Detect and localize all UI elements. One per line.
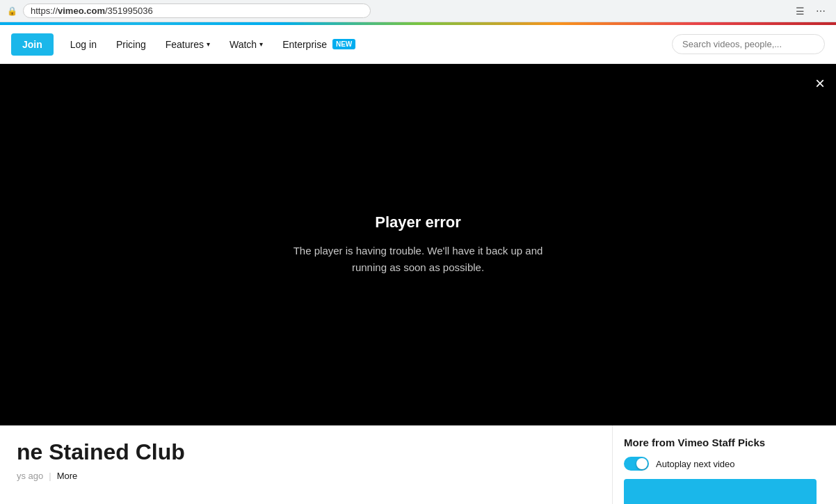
enterprise-label: Enterprise: [282, 39, 327, 50]
player-error-message: The player is having trouble. We'll have…: [279, 243, 557, 276]
lock-icon: 🔒: [7, 6, 17, 16]
browser-more-button[interactable]: ⋯: [812, 3, 829, 19]
sidebar: More from Vimeo Staff Picks Autoplay nex…: [612, 425, 828, 504]
more-link[interactable]: More: [57, 471, 78, 481]
player-error-title: Player error: [279, 213, 557, 231]
autoplay-toggle[interactable]: [624, 457, 649, 471]
video-player: × Player error The player is having trou…: [0, 64, 836, 425]
login-button[interactable]: Log in: [62, 33, 105, 56]
video-meta: ys ago | More: [17, 471, 595, 481]
enterprise-button[interactable]: Enterprise NEW: [274, 33, 364, 56]
below-video: ne Stained Club ys ago | More More from …: [0, 425, 836, 504]
features-chevron-icon: ▾: [207, 40, 210, 48]
time-ago: ys ago: [17, 471, 43, 481]
features-label: Features: [166, 39, 204, 50]
toggle-thumb: [636, 458, 648, 469]
url-bar[interactable]: https://vimeo.com/351995036: [23, 3, 371, 18]
close-button[interactable]: ×: [815, 75, 825, 92]
sidebar-title: More from Vimeo Staff Picks: [624, 437, 817, 448]
browser-menu-button[interactable]: ☰: [791, 3, 808, 19]
url-domain: vimeo.com: [58, 6, 105, 16]
next-video-thumbnail[interactable]: [624, 479, 817, 504]
browser-bar: 🔒 https://vimeo.com/351995036 ☰ ⋯: [0, 0, 836, 22]
join-button[interactable]: Join: [11, 33, 54, 56]
autoplay-row: Autoplay next video: [624, 457, 817, 471]
meta-separator: |: [49, 471, 51, 481]
url-prefix: https://: [31, 6, 58, 16]
search-input[interactable]: [672, 34, 825, 54]
url-path: /351995036: [105, 6, 153, 16]
features-button[interactable]: Features ▾: [157, 33, 218, 56]
player-error: Player error The player is having troubl…: [279, 213, 557, 276]
autoplay-label: Autoplay next video: [656, 459, 734, 469]
video-title: ne Stained Club: [17, 439, 595, 465]
watch-button[interactable]: Watch ▾: [221, 33, 271, 56]
watch-chevron-icon: ▾: [259, 40, 263, 48]
watch-label: Watch: [230, 39, 257, 50]
enterprise-badge: NEW: [332, 39, 355, 49]
main-nav: Join Log in Pricing Features ▾ Watch ▾ E…: [0, 25, 836, 64]
pricing-button[interactable]: Pricing: [108, 33, 154, 56]
video-info: ne Stained Club ys ago | More: [0, 425, 612, 504]
